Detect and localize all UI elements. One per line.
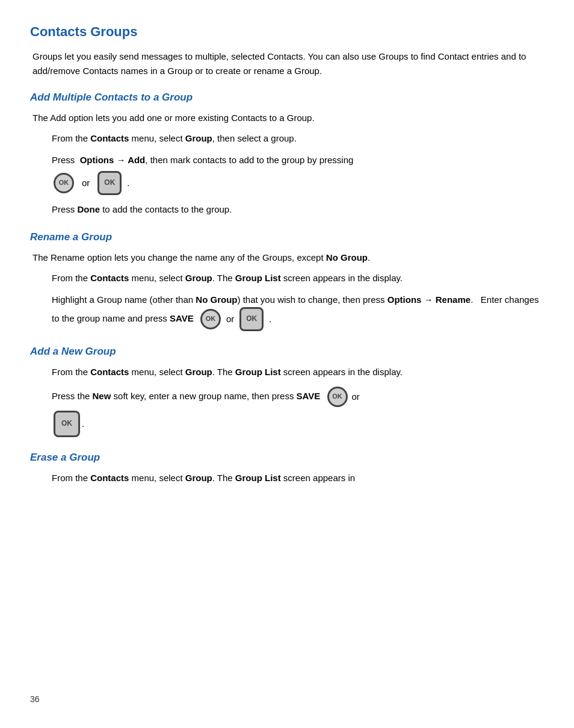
- section-rename-desc: The Rename option lets you change the na…: [32, 250, 544, 265]
- steps-erase: From the Contacts menu, select Group. Th…: [52, 471, 544, 485]
- or-text-new: or: [352, 390, 360, 404]
- step-3-content: Press Done to add the contacts to the gr…: [52, 202, 544, 217]
- ok-button-2: OK: [97, 171, 122, 195]
- section-erase-group: Erase a Group From the Contacts menu, se…: [30, 452, 544, 485]
- step-1: From the Contacts menu, select Group, th…: [52, 131, 544, 146]
- steps-add-new: From the Contacts menu, select Group. Th…: [52, 365, 544, 437]
- section-rename-group: Rename a Group The Rename option lets yo…: [30, 231, 544, 331]
- steps-rename: From the Contacts menu, select Group. Th…: [52, 271, 544, 331]
- new-step-1: From the Contacts menu, select Group. Th…: [52, 365, 544, 379]
- rename-step-2: Highlight a Group name (other than No Gr…: [52, 293, 544, 331]
- section-add-new-group: Add a New Group From the Contacts menu, …: [30, 346, 544, 437]
- page-number: 36: [30, 694, 40, 704]
- erase-step-1: From the Contacts menu, select Group. Th…: [52, 471, 544, 485]
- new-step-2-content: Press the New soft key, enter a new grou…: [52, 387, 544, 437]
- section-add-multiple-title: Add Multiple Contacts to a Group: [30, 92, 544, 104]
- section-erase-title: Erase a Group: [30, 452, 544, 464]
- or-text-rename: or: [226, 312, 234, 326]
- erase-step-1-content: From the Contacts menu, select Group. Th…: [52, 471, 544, 485]
- section-add-multiple: Add Multiple Contacts to a Group The Add…: [30, 92, 544, 217]
- ok-button-1: OK: [54, 173, 74, 193]
- intro-paragraph: Groups let you easily send messages to m…: [32, 49, 544, 78]
- steps-add-multiple: From the Contacts menu, select Group, th…: [52, 131, 544, 217]
- new-step-1-content: From the Contacts menu, select Group. Th…: [52, 365, 544, 379]
- rename-step-1: From the Contacts menu, select Group. Th…: [52, 271, 544, 285]
- rename-step-2-content: Highlight a Group name (other than No Gr…: [52, 293, 544, 331]
- section-add-multiple-desc: The Add option lets you add one or more …: [32, 111, 544, 125]
- ok-button-rename-1: OK: [200, 309, 221, 329]
- new-step-2: Press the New soft key, enter a new grou…: [52, 387, 544, 437]
- ok-button-new-1: OK: [327, 387, 348, 407]
- ok-button-new-2: OK: [54, 411, 80, 437]
- rename-step-1-content: From the Contacts menu, select Group. Th…: [52, 271, 544, 285]
- step-1-content: From the Contacts menu, select Group, th…: [52, 131, 544, 146]
- step-2: Press Options → Add, then mark contacts …: [52, 153, 544, 195]
- step-2-content: Press Options → Add, then mark contacts …: [52, 153, 544, 195]
- section-add-new-title: Add a New Group: [30, 346, 544, 358]
- page-title: Contacts Groups: [30, 24, 544, 40]
- step-3: Press Done to add the contacts to the gr…: [52, 202, 544, 217]
- ok-button-rename-2: OK: [239, 307, 264, 331]
- or-text-1: or: [82, 176, 90, 190]
- section-rename-title: Rename a Group: [30, 231, 544, 243]
